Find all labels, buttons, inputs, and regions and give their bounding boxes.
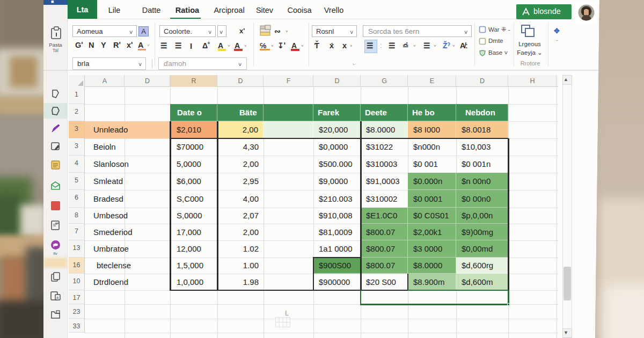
svg-text:a: a <box>56 296 58 299</box>
